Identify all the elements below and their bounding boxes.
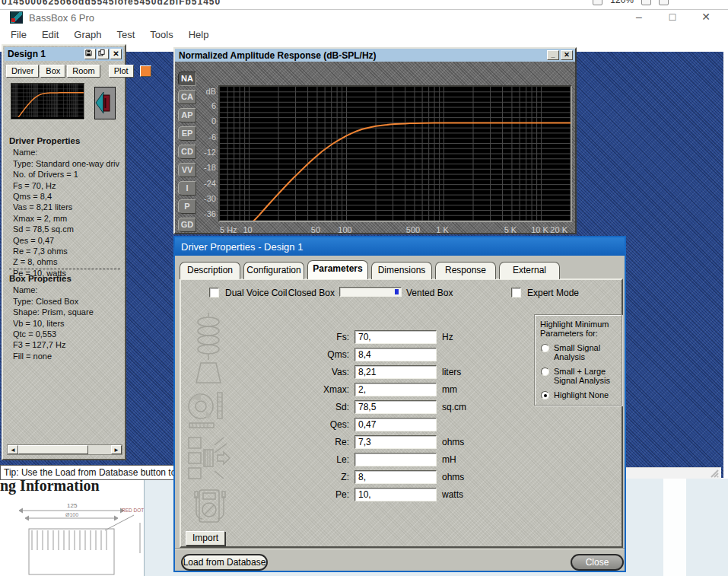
tab-external[interactable]: External: [499, 262, 560, 279]
driver-properties-block: Driver Properties Name:Type: Standard on…: [9, 135, 125, 278]
scroll-left-icon[interactable]: ◄: [8, 445, 18, 454]
response-thumbnail[interactable]: [11, 83, 84, 119]
radio-icon[interactable]: [541, 391, 549, 399]
param-row-pe: Pe:watts: [275, 488, 466, 501]
close-button[interactable]: Close: [571, 554, 624, 571]
plot-color-swatch[interactable]: [140, 65, 151, 77]
close-icon[interactable]: ✕: [110, 49, 122, 59]
menu-file[interactable]: File: [3, 29, 34, 40]
cone-measure-icon: [186, 391, 231, 429]
duplicate-icon[interactable]: [97, 49, 109, 59]
close-icon[interactable]: ✕: [700, 10, 712, 24]
param-label-qes: Qes:: [275, 419, 354, 430]
tab-dimensions[interactable]: Dimensions: [371, 262, 432, 279]
y-tick-label: -6: [193, 132, 216, 142]
design-tab-room[interactable]: Room: [67, 65, 100, 78]
param-input-sd[interactable]: [354, 400, 437, 414]
printer-icon[interactable]: [641, 0, 651, 5]
graph-window-titlebar[interactable]: Normalized Amplitude Response (dB-SPL/Hz…: [175, 49, 575, 62]
speaker-cutaway-icon[interactable]: [94, 87, 116, 119]
x-tick-label: 1 K: [436, 225, 449, 234]
slider-thumb[interactable]: [395, 289, 399, 294]
driver-prop-line: Xmax = 2, mm: [9, 213, 125, 224]
graph-title-text: Normalized Amplitude Response (dB-SPL/Hz…: [179, 50, 545, 61]
design-tab-box[interactable]: Box: [40, 65, 65, 78]
menu-graph[interactable]: Graph: [66, 29, 109, 40]
graph-tab-gd[interactable]: GD: [178, 218, 196, 232]
param-input-z[interactable]: [354, 470, 437, 484]
properties-separator: [9, 269, 120, 269]
document-column: [663, 479, 686, 576]
menu-edit[interactable]: Edit: [34, 29, 66, 40]
import-button[interactable]: Import: [186, 531, 225, 546]
param-unit-pe: watts: [437, 489, 463, 500]
param-input-fs[interactable]: [354, 330, 437, 344]
param-input-vas[interactable]: [354, 365, 437, 379]
graph-window: Normalized Amplitude Response (dB-SPL/Hz…: [173, 47, 577, 234]
maximize-icon[interactable]: □: [666, 10, 679, 24]
driver-prop-line: No. of Drivers = 1: [9, 169, 125, 180]
driver-prop-line: Fs = 70, Hz: [9, 180, 125, 191]
dual-voice-coil-checkbox[interactable]: [209, 288, 219, 298]
menu-tools[interactable]: Tools: [142, 29, 180, 40]
y-tick-label: -12: [193, 148, 216, 157]
vented-box-label: Vented Box: [406, 288, 453, 298]
param-input-xmax[interactable]: [354, 383, 437, 396]
scrollbar-thumb[interactable]: [18, 445, 88, 454]
save-icon[interactable]: [84, 49, 96, 59]
param-input-qms[interactable]: [354, 348, 437, 361]
param-input-re[interactable]: [354, 435, 437, 449]
x-tick-label: 20 K: [550, 225, 567, 234]
y-tick-label: -30: [193, 194, 216, 203]
tab-parameters[interactable]: Parameters: [307, 260, 368, 279]
radio-option-1[interactable]: Small + LargeSignal Analysis: [540, 367, 618, 385]
svg-text:RED DOT: RED DOT: [122, 508, 144, 513]
viewer-page-icon[interactable]: [593, 0, 602, 5]
tab-configuration[interactable]: Configuration: [243, 262, 304, 279]
download-icon[interactable]: [659, 0, 669, 5]
radio-icon[interactable]: [541, 368, 549, 376]
expert-mode-label: Expert Mode: [527, 288, 579, 298]
menu-help[interactable]: Help: [181, 29, 217, 40]
graph-tab-na[interactable]: NA: [178, 72, 196, 86]
tab-response[interactable]: Response: [435, 262, 496, 279]
minimize-icon[interactable]: _: [547, 50, 559, 60]
radio-option-0[interactable]: Small SignalAnalysis: [540, 343, 618, 361]
dialog-titlebar[interactable]: Driver Properties - Design 1: [175, 237, 625, 256]
design-tab-plot[interactable]: Plot: [109, 65, 134, 78]
spring-compliance-icon: [186, 313, 231, 387]
resize-grip-icon[interactable]: [710, 469, 719, 478]
highlight-heading-line1: Highlight Minimum: [540, 320, 618, 329]
expert-mode-checkbox[interactable]: [511, 288, 521, 298]
box-properties-heading: Box Properties: [9, 273, 125, 284]
menu-test[interactable]: Test: [110, 29, 143, 40]
tab-description[interactable]: Description: [180, 262, 240, 279]
horizontal-scrollbar[interactable]: ◄ ►: [7, 444, 122, 455]
param-row-z: Z:ohms: [275, 470, 466, 484]
svg-text:125: 125: [67, 502, 78, 509]
radio-icon[interactable]: [541, 344, 549, 352]
x-tick-label: 5 K: [504, 225, 517, 234]
param-unit-z: ohms: [437, 472, 464, 482]
window-titlebar[interactable]: BassBox 6 Pro – □ ✕: [0, 10, 728, 26]
scroll-right-icon[interactable]: ►: [111, 445, 122, 454]
load-from-database-button[interactable]: Load from Database: [181, 554, 268, 571]
radio-label-line: Analysis: [554, 352, 600, 361]
dialog-divider: [175, 549, 625, 550]
param-input-pe[interactable]: [354, 488, 437, 501]
multimeter-icon: [186, 488, 234, 528]
box-type-slider[interactable]: [339, 287, 402, 297]
param-input-qes[interactable]: [354, 418, 437, 431]
param-label-re: Re:: [275, 437, 354, 447]
box-prop-line: Vb = 10, liters: [9, 318, 125, 329]
box-properties-block: Box Properties Name:Type: Closed BoxShap…: [9, 273, 125, 361]
design-palette-titlebar[interactable]: Design 1 ✕: [5, 47, 123, 61]
close-icon[interactable]: ✕: [561, 50, 573, 60]
param-input-le[interactable]: [354, 453, 437, 466]
minimize-icon[interactable]: –: [633, 10, 645, 24]
radio-option-2[interactable]: Highlight None: [540, 390, 618, 399]
viewer-zoom-level[interactable]: 120%: [610, 0, 634, 5]
design-tab-driver[interactable]: Driver: [6, 65, 39, 78]
y-tick-label: -18: [193, 163, 216, 172]
y-tick-label: 0: [193, 116, 216, 126]
